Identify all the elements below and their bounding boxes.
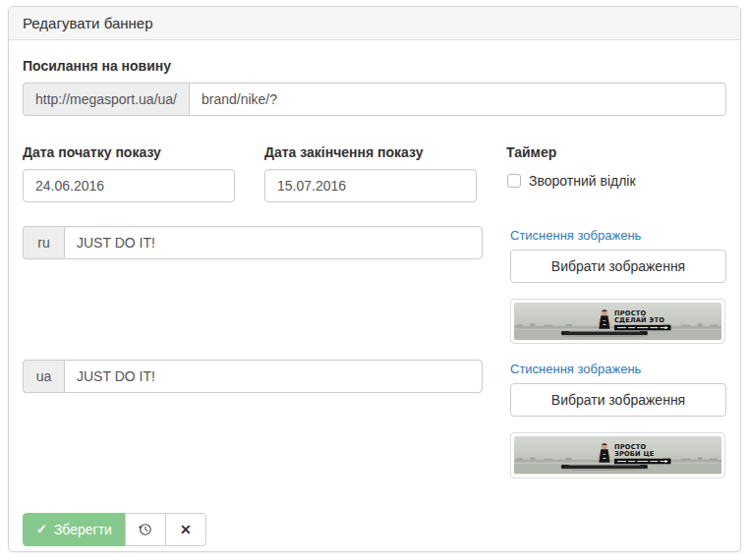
locale-row-ru: ru Стиснення зображень Вибрати зображенн… [23,226,726,344]
locale-ua-input-group: ua [23,360,483,393]
locale-ua-left: ua [23,360,483,477]
locale-ua-addon: ua [23,360,64,393]
panel-body: Посилання на новину http://megasport.ua/… [9,40,740,560]
locale-ru-right: Стиснення зображень Вибрати зображення [510,226,726,344]
choose-image-button-ru[interactable]: Вибрати зображення [510,250,726,283]
url-prefix-addon: http://megasport.ua/ua/ [23,83,189,116]
timer-column: Таймер Зворотний відлік [506,144,726,202]
choose-image-button-ua[interactable]: Вибрати зображення [510,383,726,417]
start-date-input[interactable] [23,169,235,202]
save-button[interactable]: ✓ Зберегти [23,513,126,546]
compress-images-link-ua[interactable]: Стиснення зображень [510,362,641,376]
locale-ru-addon: ru [23,226,64,259]
locale-row-ua: ua Стиснення зображень Вибрати зображенн… [23,360,726,477]
banner-thumbnail-ua: ПРОСТО ЗРОБИ ЦЕ [510,432,725,477]
history-icon [138,522,152,536]
banner-preview-image-ua: ПРОСТО ЗРОБИ ЦЕ [514,436,721,474]
check-icon: ✓ [36,522,47,536]
banner-headline-line2: СДЕЛАЙ ЭТО [614,315,664,324]
banner-cta-strip [614,459,671,464]
edit-banner-panel: Редагувати баннер Посилання на новину ht… [8,6,741,552]
banner-thumbnail-ru: ПРОСТО СДЕЛАЙ ЭТО [510,299,725,344]
banner-cta-strip [614,325,671,330]
start-date-column: Дата початку показу [23,144,235,202]
page-title: Редагувати баннер [23,15,153,31]
close-button[interactable]: ✕ [165,513,206,546]
countdown-label: Зворотний відлік [529,173,636,189]
url-input-group: http://megasport.ua/ua/ [23,83,726,116]
save-button-label: Зберегти [54,522,112,537]
close-icon: ✕ [180,523,192,536]
countdown-checkbox-row: Зворотний відлік [506,173,726,189]
banner-headline-line2: ЗРОБИ ЦЕ [614,451,655,459]
locale-ua-text-input[interactable] [64,360,483,393]
start-date-label: Дата початку показу [23,144,235,161]
action-buttons: ✓ Зберегти ✕ [23,513,206,546]
locale-ru-input-group: ru [23,226,483,259]
end-date-input[interactable] [264,169,477,202]
end-date-label: Дата закінчення показу [264,144,477,161]
locale-ru-left: ru [23,226,483,344]
history-button[interactable] [125,513,166,546]
locale-ru-text-input[interactable] [64,226,483,259]
news-link-section: Посилання на новину http://megasport.ua/… [23,58,726,116]
end-date-column: Дата закінчення показу [264,144,477,202]
countdown-checkbox[interactable] [507,174,521,188]
locale-ua-right: Стиснення зображень Вибрати зображення [510,360,726,477]
timer-label: Таймер [506,144,726,161]
url-input[interactable] [189,83,726,116]
news-link-label: Посилання на новину [23,58,726,75]
panel-header: Редагувати баннер [9,7,740,40]
dates-timer-row: Дата початку показу Дата закінчення пока… [23,144,726,202]
banner-preview-image-ru: ПРОСТО СДЕЛАЙ ЭТО [514,303,721,340]
page: Редагувати баннер Посилання на новину ht… [0,0,749,560]
compress-images-link-ru[interactable]: Стиснення зображень [510,228,641,243]
